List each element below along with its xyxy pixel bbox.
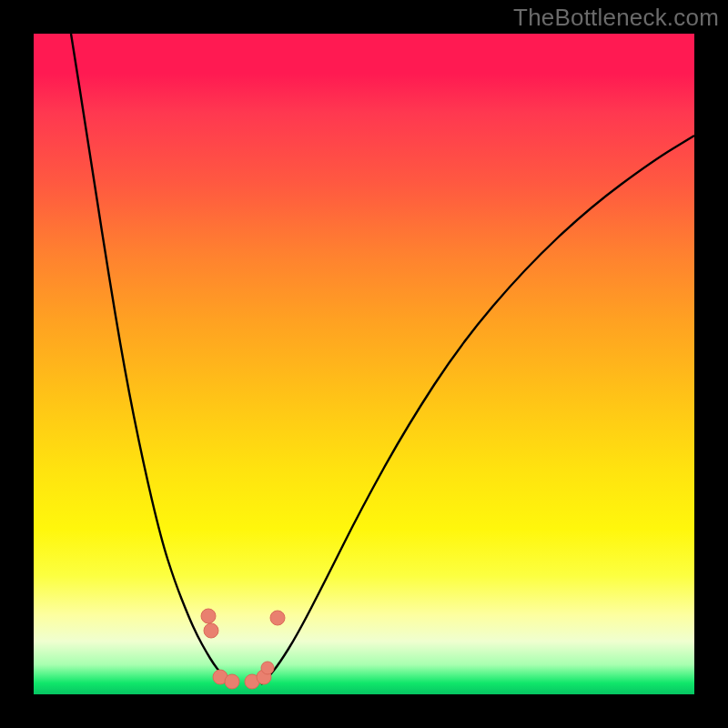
markers	[201, 609, 285, 689]
curves-svg	[34, 34, 694, 694]
marker-point	[201, 609, 216, 623]
marker-point	[225, 674, 239, 689]
marker-point	[204, 623, 218, 638]
marker-point	[270, 611, 285, 625]
right-curve	[261, 136, 694, 684]
plot-area	[34, 34, 694, 694]
watermark-text: TheBottleneck.com	[513, 4, 719, 32]
left-curve	[71, 34, 232, 684]
marker-point	[261, 662, 274, 674]
chart-frame: TheBottleneck.com	[0, 0, 728, 728]
